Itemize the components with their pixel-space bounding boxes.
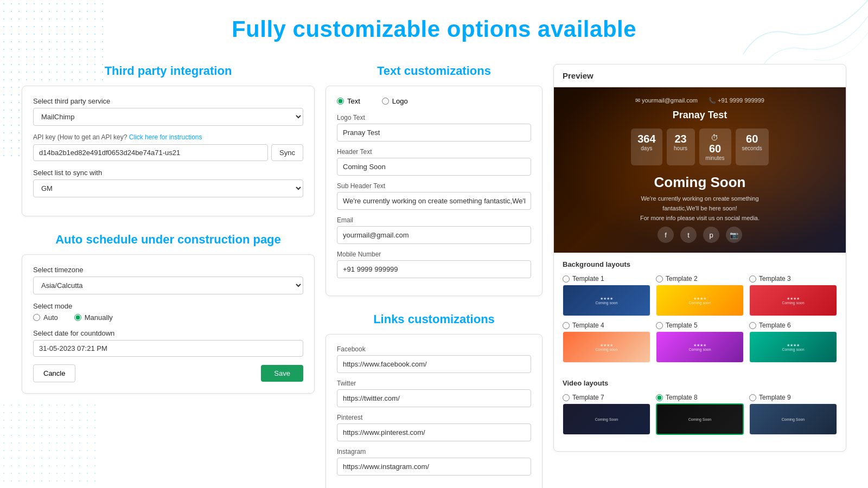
preview-email: ✉ yourmail@gmail.com [635, 97, 698, 104]
auto-schedule-title: Auto schedule under construction page [22, 233, 315, 247]
auto-schedule-panel: Select timezone Asia/Calcutta Select mod… [22, 254, 315, 394]
template-1-radio[interactable] [563, 275, 570, 282]
middle-column: Text customizations Text Logo Logo T [326, 64, 542, 488]
date-input[interactable] [33, 340, 303, 357]
template-1-thumb[interactable]: ★★★★Coming soon [563, 285, 650, 316]
button-row: Cancle Save [33, 364, 303, 382]
email-label: Email [337, 216, 531, 224]
third-party-title: Third party integration [22, 64, 315, 78]
template-6-radio[interactable] [749, 322, 756, 329]
preview-subtext3: For more info please visit us on social … [565, 215, 835, 221]
template-7-thumb[interactable]: Coming Soon [563, 403, 650, 435]
template-8-label[interactable]: Template 8 [656, 394, 744, 401]
cancel-button[interactable]: Cancle [33, 364, 75, 382]
facebook-input[interactable] [337, 355, 531, 373]
template-2-radio[interactable] [656, 275, 663, 282]
template-2-item: Template 2 ★★★★Coming soon [656, 275, 744, 316]
sub-header-label: Sub Header Text [337, 182, 531, 190]
header-text-label: Header Text [337, 148, 531, 156]
radio-logo-label[interactable]: Logo [382, 97, 408, 105]
radio-text[interactable] [337, 98, 344, 105]
sub-header-field: Sub Header Text [337, 182, 531, 210]
template-9-radio[interactable] [749, 394, 756, 401]
mode-label: Select mode [33, 302, 303, 310]
countdown-seconds: 60 seconds [736, 129, 769, 165]
mode-manually-label[interactable]: Manually [74, 313, 113, 322]
countdown-days: 364 days [631, 129, 662, 165]
links-card: Facebook Twitter Pinterest Instagram [326, 334, 542, 488]
mode-auto-label[interactable]: Auto [33, 313, 58, 322]
instagram-label: Instagram [337, 448, 531, 455]
bg-layouts-title: Background layouts [563, 260, 837, 268]
mode-auto-radio[interactable] [33, 314, 40, 321]
template-7-label[interactable]: Template 7 [563, 394, 650, 401]
twitter-input[interactable] [337, 389, 531, 407]
template-4-radio[interactable] [563, 322, 570, 329]
template-2-thumb[interactable]: ★★★★Coming soon [656, 285, 744, 316]
template-6-label[interactable]: Template 6 [749, 322, 837, 329]
template-4-label[interactable]: Template 4 [563, 322, 650, 329]
mobile-input[interactable] [337, 260, 531, 278]
timezone-label: Select timezone [33, 266, 303, 274]
template-4-item: Template 4 ★★★★Coming soon [563, 322, 650, 363]
pinterest-input[interactable] [337, 423, 531, 441]
template-5-label[interactable]: Template 5 [656, 322, 744, 329]
preview-panel: Preview ✉ yourmail@gmail.com 📞 +91 9999 … [553, 64, 846, 452]
service-select[interactable]: MailChimp [33, 108, 303, 126]
template-6-thumb[interactable]: ★★★★Coming soon [749, 331, 837, 363]
bg-layouts-section: Background layouts Template 1 ★★★★Coming… [554, 253, 846, 379]
template-8-radio[interactable] [656, 394, 663, 401]
template-5-radio[interactable] [656, 322, 663, 329]
instagram-input[interactable] [337, 458, 531, 476]
preview-header: Preview [554, 65, 846, 87]
facebook-field: Facebook [337, 345, 531, 373]
template-2-label[interactable]: Template 2 [656, 275, 744, 282]
template-3-radio[interactable] [749, 275, 756, 282]
links-custom-title: Links customizations [326, 312, 542, 326]
api-help-text: API key (How to get an API key? Click he… [33, 133, 303, 141]
template-1-item: Template 1 ★★★★Coming soon [563, 275, 650, 316]
content-grid: Third party integration Select third par… [22, 64, 846, 488]
email-input[interactable] [337, 226, 531, 244]
list-select[interactable]: GM [33, 179, 303, 197]
logo-text-input[interactable] [337, 124, 531, 142]
template-3-item: Template 3 ★★★★Coming soon [749, 275, 837, 316]
template-3-label[interactable]: Template 3 [749, 275, 837, 282]
email-field: Email [337, 216, 531, 244]
video-layouts-section: Video layouts Template 7 Coming Soon [554, 379, 846, 451]
instagram-icon: 📷 [726, 227, 742, 243]
template-8-thumb[interactable]: Coming Soon [656, 403, 744, 435]
countdown-row: 364 days 23 hours ⏱ 60 minutes 60 seco [565, 129, 835, 165]
header-text-input[interactable] [337, 158, 531, 176]
template-7-radio[interactable] [563, 394, 570, 401]
sync-button[interactable]: Sync [271, 144, 303, 161]
mode-manually-radio[interactable] [74, 314, 81, 321]
service-label: Select third party service [33, 97, 303, 105]
mode-group: Select mode Auto Manually [33, 302, 303, 322]
sub-header-input[interactable] [337, 192, 531, 210]
preview-brand-name: Pranay Test [565, 110, 835, 121]
api-key-row: Sync [33, 144, 303, 161]
api-help-link[interactable]: Click here for instructions [129, 133, 202, 141]
template-1-label[interactable]: Template 1 [563, 275, 650, 282]
auto-schedule-section: Auto schedule under construction page Se… [22, 233, 315, 394]
preview-phone: 📞 +91 9999 999999 [709, 97, 764, 104]
text-custom-section: Text customizations Text Logo Logo T [326, 64, 542, 296]
timezone-select[interactable]: Asia/Calcutta [33, 277, 303, 294]
text-logo-radio-row: Text Logo [337, 97, 531, 105]
third-party-panel: Select third party service MailChimp API… [22, 86, 315, 216]
twitter-field: Twitter [337, 380, 531, 407]
twitter-label: Twitter [337, 380, 531, 387]
pinterest-label: Pinterest [337, 414, 531, 421]
radio-text-label[interactable]: Text [337, 97, 360, 105]
template-9-thumb[interactable]: Coming Soon [749, 403, 837, 435]
countdown-hours: 23 hours [667, 129, 695, 165]
api-key-input[interactable] [33, 144, 268, 161]
save-button[interactable]: Save [261, 365, 303, 382]
template-5-thumb[interactable]: ★★★★Coming soon [656, 331, 744, 363]
template-9-label[interactable]: Template 9 [749, 394, 837, 401]
template-3-thumb[interactable]: ★★★★Coming soon [749, 285, 837, 316]
template-6-item: Template 6 ★★★★Coming soon [749, 322, 837, 363]
template-4-thumb[interactable]: ★★★★Coming soon [563, 331, 650, 363]
radio-logo[interactable] [382, 98, 389, 105]
